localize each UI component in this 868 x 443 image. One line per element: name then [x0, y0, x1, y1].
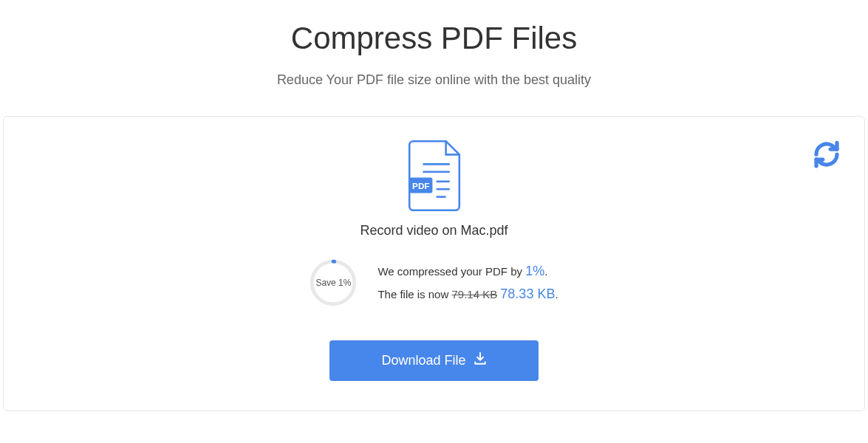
compression-percent: 1% — [525, 264, 544, 278]
filesize-prefix: The file is now — [377, 288, 451, 301]
new-filesize: 78.33 KB — [500, 286, 555, 301]
download-icon — [474, 352, 487, 369]
period2: . — [555, 288, 558, 301]
old-filesize: 79.14 KB — [451, 288, 497, 301]
savings-gauge: Save 1% — [310, 259, 357, 306]
page-title: Compress PDF Files — [0, 21, 868, 56]
compression-stats: Save 1% We compressed your PDF by 1%. Th… — [18, 258, 850, 308]
compression-line: We compressed your PDF by 1%. — [377, 262, 558, 281]
svg-text:PDF: PDF — [412, 181, 429, 190]
filesize-line: The file is now 79.14 KB 78.33 KB. — [377, 285, 558, 303]
download-label: Download File — [381, 353, 465, 368]
refresh-icon — [811, 159, 842, 172]
compression-prefix: We compressed your PDF by — [377, 265, 525, 278]
page-subtitle: Reduce Your PDF file size online with th… — [0, 72, 868, 88]
filename-label: Record video on Mac.pdf — [18, 223, 850, 238]
download-button[interactable]: Download File — [329, 340, 538, 381]
result-card: PDF Record video on Mac.pdf Save 1% We c… — [3, 116, 865, 411]
pdf-file-icon: PDF — [18, 139, 850, 213]
gauge-label: Save 1% — [315, 278, 351, 288]
refresh-button[interactable] — [811, 139, 842, 173]
period: . — [544, 265, 547, 278]
